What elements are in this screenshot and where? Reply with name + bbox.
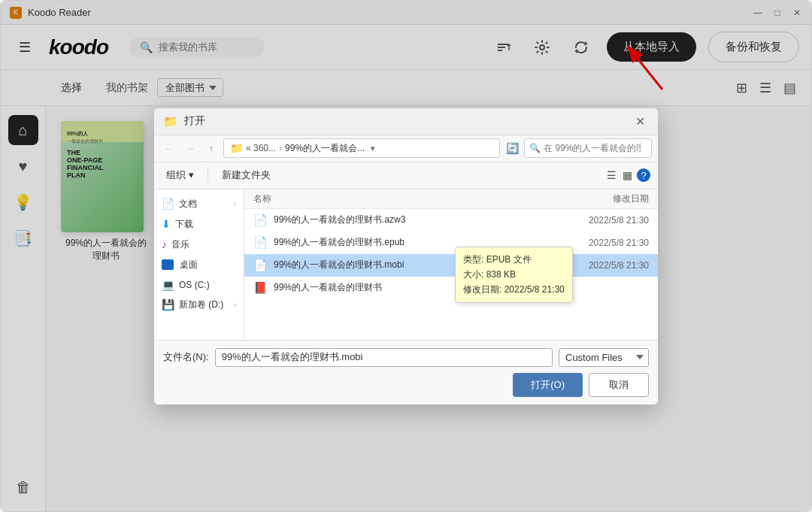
filetype-select[interactable]: Custom Files bbox=[559, 348, 649, 367]
documents-icon: 📄 bbox=[162, 198, 174, 210]
quick-desktop[interactable]: 桌面 bbox=[154, 255, 244, 275]
dialog-toolbar: 组织 ▾ 新建文件夹 ☰ ▦ ? bbox=[154, 162, 658, 189]
toolbar-separator bbox=[208, 168, 208, 183]
breadcrumb-sep1: › bbox=[279, 143, 282, 153]
file-list-header: 名称 修改日期 bbox=[244, 189, 658, 209]
music-icon: ♪ bbox=[162, 238, 167, 250]
tooltip-date: 修改日期: 2022/5/8 21:30 bbox=[463, 282, 565, 297]
file-icon-2: 📄 bbox=[253, 236, 268, 250]
breadcrumb-part2: 99%的人一看就会... bbox=[285, 142, 365, 155]
app-window: K Koodo Reader — □ ✕ ☰ koodo 🔍 bbox=[0, 0, 812, 512]
quick-documents[interactable]: 📄 文档 › bbox=[154, 194, 244, 214]
breadcrumb-dropdown[interactable]: ▾ bbox=[371, 144, 375, 153]
desktop-icon bbox=[162, 259, 174, 270]
downloads-label: 下载 bbox=[175, 218, 193, 231]
col-date: 修改日期 bbox=[544, 192, 649, 205]
breadcrumb-bar: 📁 « 360... › 99%的人一看就会... ▾ bbox=[223, 138, 500, 158]
dialog-search-input[interactable] bbox=[544, 143, 641, 153]
documents-label: 文档 bbox=[179, 198, 197, 211]
dialog-list-view[interactable]: ☰ bbox=[605, 168, 618, 183]
file-row-1[interactable]: 📄 99%的人一看就会的理财书.azw3 2022/5/8 21:30 bbox=[244, 209, 658, 232]
tooltip-type: 类型: EPUB 文件 bbox=[463, 252, 565, 267]
dialog-help-button[interactable]: ? bbox=[637, 168, 650, 182]
file-icon-4: 📕 bbox=[253, 281, 268, 295]
filename-row: 文件名(N): Custom Files bbox=[163, 348, 649, 367]
dialog-body: 📄 文档 › ⬇ 下载 ♪ 音乐 桌面 bbox=[154, 189, 658, 340]
refresh-button[interactable]: 🔄 bbox=[503, 139, 521, 157]
dialog-cancel-button[interactable]: 取消 bbox=[589, 373, 649, 397]
quick-osc[interactable]: 💻 OS (C:) bbox=[154, 275, 244, 295]
breadcrumb-part1: « 360... bbox=[246, 143, 276, 153]
organize-button[interactable]: 组织 ▾ bbox=[162, 167, 198, 183]
newvol-icon: 💾 bbox=[162, 298, 174, 311]
dialog-search-icon: 🔍 bbox=[529, 143, 541, 153]
dialog-title-text: 打开 bbox=[184, 114, 205, 128]
dialog-open-button[interactable]: 打开(O) bbox=[513, 373, 583, 397]
col-name: 名称 bbox=[253, 192, 544, 205]
file-dialog: 📁 打开 ✕ ← → ↑ 📁 « 360... › 99%的人一看就会... ▾… bbox=[154, 108, 658, 404]
file-tooltip: 类型: EPUB 文件 大小: 838 KB 修改日期: 2022/5/8 21… bbox=[455, 247, 573, 303]
dialog-title: 📁 打开 bbox=[163, 114, 205, 129]
new-folder-button[interactable]: 新建文件夹 bbox=[217, 167, 275, 183]
file-list-panel: 名称 修改日期 📄 99%的人一看就会的理财书.azw3 2022/5/8 21… bbox=[244, 189, 658, 340]
dialog-overlay: 📁 打开 ✕ ← → ↑ 📁 « 360... › 99%的人一看就会... ▾… bbox=[1, 1, 811, 511]
nav-up-button[interactable]: ↑ bbox=[202, 139, 220, 157]
dialog-view-toggle: ☰ ▦ ? bbox=[605, 168, 650, 183]
file-row-4[interactable]: 📕 99%的人一看就会的理财书 bbox=[244, 277, 658, 299]
filename-input[interactable] bbox=[215, 348, 553, 367]
dialog-search-box: 🔍 bbox=[524, 138, 652, 158]
filename-label: 文件名(N): bbox=[163, 350, 209, 364]
dialog-folder-icon: 📁 bbox=[163, 114, 178, 129]
dialog-bottom: 文件名(N): Custom Files 打开(O) 取消 bbox=[154, 340, 658, 404]
dialog-close-button[interactable]: ✕ bbox=[631, 112, 649, 130]
dialog-actions: 打开(O) 取消 bbox=[163, 373, 649, 397]
dialog-grid-view[interactable]: ▦ bbox=[621, 168, 634, 183]
nav-forward-button[interactable]: → bbox=[181, 139, 199, 157]
file-date-1: 2022/5/8 21:30 bbox=[544, 215, 649, 226]
dialog-title-bar: 📁 打开 ✕ bbox=[154, 108, 658, 135]
quick-newvol[interactable]: 💾 新加卷 (D:) › bbox=[154, 295, 244, 315]
newvol-label: 新加卷 (D:) bbox=[179, 298, 223, 311]
file-name-1: 99%的人一看就会的理财书.azw3 bbox=[274, 214, 544, 226]
quick-music[interactable]: ♪ 音乐 bbox=[154, 235, 244, 255]
file-row-3[interactable]: 📄 99%的人一看就会的理财书.mobi 2022/5/8 21:30 类型: … bbox=[244, 254, 658, 277]
quick-access-panel: 📄 文档 › ⬇ 下载 ♪ 音乐 桌面 bbox=[154, 189, 244, 340]
tooltip-size: 大小: 838 KB bbox=[463, 267, 565, 282]
desktop-label: 桌面 bbox=[180, 259, 198, 271]
osc-label: OS (C:) bbox=[179, 280, 210, 290]
file-row-2[interactable]: 📄 99%的人一看就会的理财书.epub 2022/5/8 21:30 bbox=[244, 232, 658, 254]
dialog-nav-bar: ← → ↑ 📁 « 360... › 99%的人一看就会... ▾ 🔄 🔍 bbox=[154, 135, 658, 162]
file-icon-1: 📄 bbox=[253, 214, 268, 227]
downloads-icon: ⬇ bbox=[162, 218, 171, 230]
quick-downloads[interactable]: ⬇ 下载 bbox=[154, 214, 244, 235]
osc-icon: 💻 bbox=[162, 279, 174, 291]
nav-back-button[interactable]: ← bbox=[160, 139, 178, 157]
file-icon-3: 📄 bbox=[253, 259, 268, 272]
music-label: 音乐 bbox=[171, 238, 189, 251]
breadcrumb-folder-icon: 📁 bbox=[230, 142, 243, 154]
